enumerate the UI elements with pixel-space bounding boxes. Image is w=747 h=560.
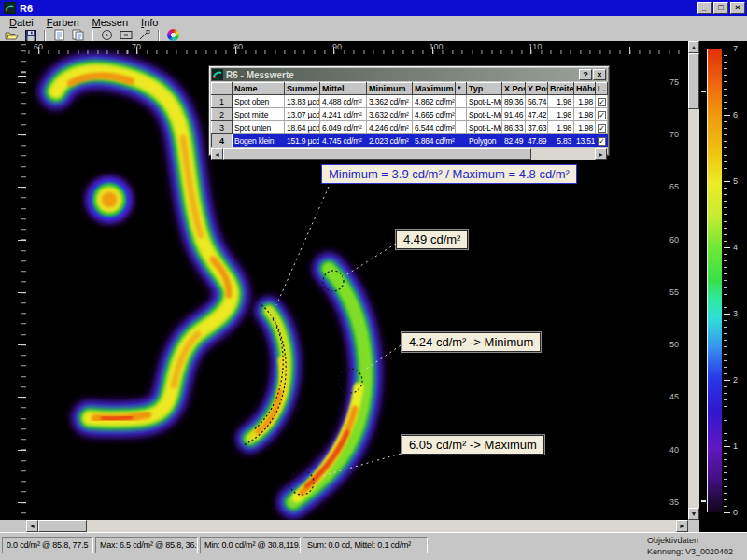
checkbox-checked-icon[interactable]: ✓ xyxy=(598,137,606,146)
color-wheel-icon[interactable] xyxy=(165,29,181,41)
col-ypos[interactable]: Y Pos. xyxy=(526,83,548,95)
cell-star xyxy=(456,95,467,108)
row-number[interactable]: 4 xyxy=(212,134,233,147)
cell-mittel: 6.049 cd/m² xyxy=(320,121,367,134)
ruler-top-label: 80 xyxy=(233,42,243,51)
scale-label: 4 xyxy=(733,243,738,252)
scale-label: 7 xyxy=(733,44,738,53)
scale-label: 6 xyxy=(733,110,738,119)
status-sum-value: Sum: 0.0 cd, Mittel: 0.1 cd/m² xyxy=(303,537,428,553)
annotation-4-24-minimum[interactable]: 4.24 cd/m² -> Minimum xyxy=(402,332,541,352)
ruler-left-label: 45 xyxy=(669,392,679,401)
open-icon[interactable] xyxy=(4,29,20,41)
scroll-down-icon[interactable]: ▼ xyxy=(688,508,699,520)
col-mittel[interactable]: Mittel xyxy=(320,83,367,95)
checkbox-checked-icon[interactable]: ✓ xyxy=(598,98,606,106)
scroll-right-icon[interactable]: ► xyxy=(595,148,607,160)
cell-xpos: 86.33 xyxy=(502,121,526,134)
menu-messen[interactable]: Messen xyxy=(87,17,134,28)
row-number[interactable]: 1 xyxy=(212,95,233,108)
row-number[interactable]: 3 xyxy=(212,121,233,134)
line-tool-icon[interactable] xyxy=(136,29,152,41)
cell-xpos: 89.36 xyxy=(502,95,526,108)
help-button[interactable]: ? xyxy=(579,69,592,80)
paste-icon[interactable] xyxy=(70,29,86,41)
scroll-right-icon[interactable]: ► xyxy=(676,520,688,532)
annotation-6-05-maximum[interactable]: 6.05 cd/m² -> Maximum xyxy=(402,435,544,455)
cell-name: Spot unten xyxy=(233,121,285,134)
eye-spot xyxy=(85,175,134,224)
table-row[interactable]: 1 Spot oben 13.83 µcd 4.488 cd/m² 3.362 … xyxy=(212,95,608,108)
circle-tool-icon[interactable] xyxy=(99,29,115,41)
scroll-up-icon[interactable]: ▲ xyxy=(688,41,699,53)
ruler-left-label: 75 xyxy=(669,77,679,87)
rect-tool-icon[interactable] xyxy=(118,29,134,41)
maximize-button[interactable]: □ xyxy=(713,2,728,14)
scrollbar-thumb[interactable] xyxy=(38,520,87,532)
col-breite[interactable]: Breite xyxy=(548,83,574,95)
horizontal-scrollbar[interactable]: ◄ ► xyxy=(0,520,688,532)
messwerte-title-bar[interactable]: R6 - Messwerte ? × xyxy=(211,68,607,81)
ruler-left-ticks-major xyxy=(18,41,26,520)
cell-xpos: 82.49 xyxy=(502,134,526,147)
annotation-4-49[interactable]: 4.49 cd/m² xyxy=(396,230,468,249)
checkbox-checked-icon[interactable]: ✓ xyxy=(598,124,606,133)
checkbox-checked-icon[interactable]: ✓ xyxy=(598,111,606,119)
menu-info[interactable]: Info xyxy=(135,17,163,28)
col-name[interactable]: Name xyxy=(233,83,285,95)
col-typ[interactable]: Typ xyxy=(467,83,502,95)
app-window: R6 _ □ × Datei Farben Messen Info xyxy=(0,0,747,560)
col-xpos[interactable]: X Pos. xyxy=(502,83,526,95)
ruler-top-label: 100 xyxy=(429,42,443,51)
messwerte-scrollbar[interactable]: ◄ ► xyxy=(211,148,607,160)
cell-star xyxy=(456,108,467,121)
row-number[interactable]: 2 xyxy=(212,108,233,121)
menu-farben[interactable]: Farben xyxy=(41,17,85,28)
col-summe[interactable]: Summe xyxy=(285,83,320,95)
scrollbar-track[interactable] xyxy=(688,53,699,508)
cell-typ: Spot-L-Met xyxy=(467,121,502,134)
cell-hoehe: 1.98 xyxy=(574,95,596,108)
col-l[interactable]: L. xyxy=(596,83,608,95)
col-maximum[interactable]: Maximum xyxy=(413,83,456,95)
close-button[interactable]: × xyxy=(730,2,745,14)
scroll-left-icon[interactable]: ◄ xyxy=(26,520,38,532)
cell-breite: 1.98 xyxy=(548,121,574,134)
table-row-selected[interactable]: 4 Bogen klein 151.9 µcd 4.745 cd/m² 2.02… xyxy=(212,134,608,147)
color-scale-ticks-major xyxy=(724,49,730,513)
small-arc-figure xyxy=(250,311,286,439)
table-row[interactable]: 3 Spot unten 18.64 µcd 6.049 cd/m² 4.246… xyxy=(212,121,608,134)
col-hoehe[interactable]: Höhe xyxy=(574,83,596,95)
save-icon[interactable] xyxy=(22,29,38,41)
cell-hoehe: 1.98 xyxy=(574,108,596,121)
toolbar-separator xyxy=(158,30,160,41)
col-num[interactable] xyxy=(212,83,233,95)
cell-summe: 13.07 µcd xyxy=(285,108,320,121)
table-row[interactable]: 2 Spot mitte 13.07 µcd 4.241 cd/m² 3.632… xyxy=(212,108,608,121)
scrollbar-track[interactable] xyxy=(38,520,676,532)
scrollbar-thumb[interactable] xyxy=(223,148,531,160)
col-star[interactable]: * xyxy=(456,83,467,95)
vertical-scrollbar[interactable]: ▲ ▼ xyxy=(688,41,699,520)
col-minimum[interactable]: Minimum xyxy=(367,83,413,95)
cell-breite: 1.98 xyxy=(548,108,574,121)
messwerte-close-button[interactable]: × xyxy=(593,69,606,80)
status-min-value: Min: 0.0 cd/m² @ 30.8,119.9 xyxy=(200,537,301,553)
window-title: R6 xyxy=(20,3,697,14)
cell-name: Spot mitte xyxy=(233,108,285,121)
ruler-left-label: 50 xyxy=(669,340,679,349)
scale-max-marker xyxy=(701,91,706,92)
app-icon[interactable] xyxy=(4,2,16,14)
minimize-button[interactable]: _ xyxy=(697,2,712,14)
cell-mittel: 4.745 cd/m² xyxy=(320,134,367,147)
ruler-left-label: 40 xyxy=(669,445,679,455)
scrollbar-thumb[interactable] xyxy=(688,53,699,109)
cell-maximum: 6.544 cd/m² xyxy=(413,121,456,134)
cell-hoehe: 13.51 xyxy=(574,134,596,147)
menu-datei[interactable]: Datei xyxy=(4,17,39,28)
ruler-left-label: 70 xyxy=(669,130,679,139)
copy-icon[interactable] xyxy=(51,29,67,41)
scroll-left-icon[interactable]: ◄ xyxy=(211,148,223,160)
annotation-min-max[interactable]: Minimum = 3.9 cd/m² / Maximum = 4.8 cd/m… xyxy=(321,164,577,184)
status-bar: 0.0 cd/m² @ 85.8, 77.5 Max: 6.5 cd/m² @ … xyxy=(0,532,747,560)
